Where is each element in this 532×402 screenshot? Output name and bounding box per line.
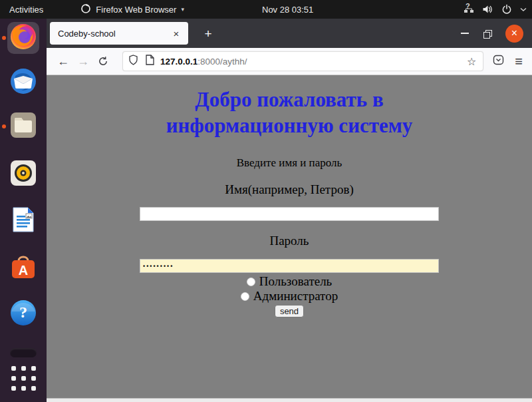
app-grid-icon (11, 366, 36, 391)
dock-trash[interactable] (7, 346, 39, 359)
menu-hamburger-icon[interactable]: ≡ (515, 55, 523, 68)
web-page-content: Добро пожаловать в информационную систем… (47, 75, 532, 398)
files-icon (9, 110, 38, 142)
chevron-down-icon: ▾ (181, 6, 184, 13)
power-icon (501, 4, 512, 15)
libreoffice-writer-icon (9, 205, 38, 237)
window-controls: × (461, 19, 532, 48)
software-letter-glyph: A (9, 263, 38, 278)
radio-user-label: Пользователь (259, 274, 332, 288)
help-question-glyph: ? (9, 303, 38, 321)
forward-button[interactable]: → (73, 51, 93, 71)
app-menu-label: Firefox Web Browser (96, 5, 176, 15)
name-input[interactable] (140, 207, 439, 221)
radio-admin-label: Администратор (253, 289, 338, 303)
url-bar[interactable]: 127.0.0.1:8000/aythh/ ☆ (122, 51, 483, 71)
volume-icon (482, 4, 493, 15)
dock-help[interactable]: ? (7, 297, 39, 329)
tab-codeby-school[interactable]: Codeby-school × (50, 22, 188, 45)
tab-bar: Codeby-school × + × (47, 19, 532, 48)
back-button[interactable]: ← (53, 51, 73, 71)
password-input[interactable] (140, 259, 439, 273)
running-indicator (2, 124, 6, 128)
dock-firefox[interactable] (7, 22, 39, 54)
network-question-glyph: ? (466, 2, 470, 10)
radio-row-user: Пользователь (47, 275, 532, 288)
radio-row-admin: Администратор (47, 290, 532, 302)
help-icon: ? (9, 298, 38, 327)
thunderbird-icon (9, 67, 38, 99)
running-indicator (2, 36, 6, 40)
restore-button[interactable] (483, 30, 491, 37)
network-icon: ? (464, 4, 474, 15)
dock-libreoffice-writer[interactable] (7, 205, 39, 237)
dock-ubuntu-software[interactable]: A (7, 251, 39, 283)
bookmark-star-icon[interactable]: ☆ (466, 55, 477, 68)
close-button[interactable]: × (505, 25, 523, 43)
tab-close-icon[interactable]: × (170, 27, 183, 40)
firefox-topbar-icon (80, 3, 91, 16)
minimize-button[interactable] (461, 33, 469, 34)
page-info-icon[interactable] (145, 55, 154, 68)
url-path: :8000/aythh/ (198, 57, 247, 67)
app-menu[interactable]: Firefox Web Browser ▾ (75, 0, 190, 19)
new-tab-button[interactable]: + (198, 24, 218, 44)
radio-user[interactable] (247, 278, 255, 286)
intro-text: Введите имя и пароль (47, 156, 532, 170)
url-text: 127.0.0.1:8000/aythh/ (160, 57, 466, 67)
password-label: Пароль (47, 234, 532, 248)
toolbar-right: ≡ (493, 55, 525, 68)
chevron-down-icon (520, 7, 527, 12)
dock-files[interactable] (7, 110, 39, 142)
url-host: 127.0.0.1 (160, 57, 198, 67)
page-title: Добро пожаловать в информационную систем… (110, 87, 469, 138)
name-label: Имя(например, Петров) (47, 182, 532, 197)
radio-admin[interactable] (241, 292, 249, 301)
navigation-toolbar: ← → 127.0.0.1:8000/aythh/ ☆ ≡ (47, 48, 532, 75)
gnome-top-bar: Activities Firefox Web Browser ▾ Nov 28 … (0, 0, 532, 19)
reload-button[interactable] (93, 51, 113, 71)
ubuntu-software-icon: A (9, 252, 38, 282)
dock-thunderbird[interactable] (7, 67, 39, 99)
firefox-icon (9, 22, 38, 54)
shield-icon[interactable] (128, 55, 138, 68)
firefox-window: Codeby-school × + × ← → 127.0.0.1:8000/a… (47, 19, 532, 402)
activities-button[interactable]: Activities (0, 0, 53, 19)
pocket-icon[interactable] (493, 55, 504, 68)
show-applications-button[interactable] (7, 362, 39, 394)
dock-rhythmbox[interactable] (7, 158, 39, 190)
send-row: send (47, 305, 532, 317)
ubuntu-dock: A ? (0, 19, 47, 402)
clock[interactable]: Nov 28 03:51 (262, 0, 313, 19)
rhythmbox-icon (9, 158, 38, 190)
window-bottom-edge (47, 398, 532, 402)
tab-title: Codeby-school (58, 29, 170, 39)
send-button[interactable]: send (275, 305, 304, 317)
trash-icon (10, 348, 37, 357)
system-status-area[interactable]: ? (464, 0, 527, 19)
